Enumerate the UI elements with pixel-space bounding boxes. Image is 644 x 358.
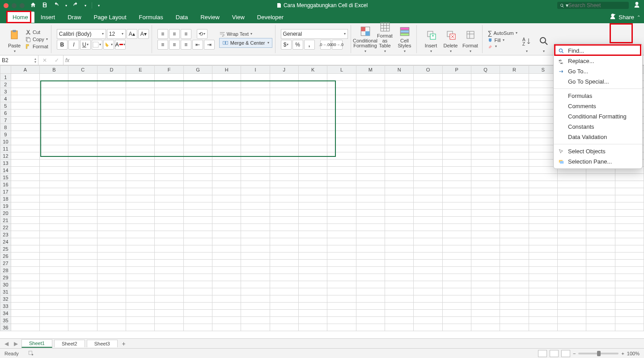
cell[interactable] <box>442 231 471 238</box>
cell[interactable] <box>155 110 183 117</box>
cell[interactable] <box>241 152 270 160</box>
cell[interactable] <box>155 310 183 317</box>
cell[interactable] <box>126 174 155 181</box>
cell[interactable] <box>126 124 155 131</box>
cell[interactable] <box>500 74 529 81</box>
cell[interactable] <box>11 288 39 295</box>
cell[interactable] <box>557 295 586 303</box>
cell[interactable] <box>97 188 126 195</box>
cell[interactable] <box>155 152 183 160</box>
cell[interactable] <box>126 195 155 202</box>
cell[interactable] <box>126 167 155 174</box>
cell[interactable] <box>155 102 183 110</box>
cell[interactable] <box>11 95 39 102</box>
cell[interactable] <box>68 274 97 281</box>
cell[interactable] <box>126 324 155 331</box>
align-middle-button[interactable]: ≡ <box>169 29 180 39</box>
cell[interactable] <box>442 117 471 124</box>
cell[interactable] <box>212 281 241 288</box>
cell[interactable] <box>40 74 68 81</box>
cell[interactable] <box>212 152 241 160</box>
cell[interactable] <box>385 260 413 267</box>
tab-developer[interactable]: Developer <box>251 12 290 23</box>
cell[interactable] <box>241 288 270 295</box>
close-window-icon[interactable] <box>4 3 8 8</box>
cell[interactable] <box>471 260 500 267</box>
cell[interactable] <box>471 303 500 310</box>
format-painter-button[interactable]: Format <box>25 43 48 50</box>
cell[interactable] <box>68 110 97 117</box>
cell[interactable] <box>500 102 529 110</box>
cell[interactable] <box>183 81 212 88</box>
cell[interactable] <box>442 295 471 303</box>
cell[interactable] <box>557 195 586 202</box>
cell[interactable] <box>183 267 212 274</box>
cell[interactable] <box>155 288 183 295</box>
cell[interactable] <box>327 174 356 181</box>
cell[interactable] <box>500 195 529 202</box>
cell[interactable] <box>385 195 413 202</box>
cell[interactable] <box>298 74 327 81</box>
cell[interactable] <box>155 281 183 288</box>
autosum-button[interactable]: ∑AutoSum▾ <box>488 29 517 37</box>
cell[interactable] <box>356 167 385 174</box>
cell[interactable] <box>183 310 212 317</box>
maximize-window-icon[interactable] <box>20 3 25 8</box>
cell[interactable] <box>40 317 68 324</box>
cell[interactable] <box>529 181 557 188</box>
cell[interactable] <box>557 238 586 245</box>
cell[interactable] <box>442 88 471 95</box>
cell[interactable] <box>529 267 557 274</box>
cell[interactable] <box>385 188 413 195</box>
cell[interactable] <box>557 281 586 288</box>
cell[interactable] <box>97 138 126 145</box>
cell[interactable] <box>97 295 126 303</box>
cell[interactable] <box>385 324 413 331</box>
cell[interactable] <box>442 317 471 324</box>
cell[interactable] <box>270 138 298 145</box>
cell[interactable] <box>471 167 500 174</box>
cell[interactable] <box>442 195 471 202</box>
col-header-P[interactable]: P <box>442 66 471 74</box>
cell[interactable] <box>356 202 385 210</box>
cell[interactable] <box>97 117 126 124</box>
cell[interactable] <box>385 231 413 238</box>
cell[interactable] <box>327 124 356 131</box>
col-header-H[interactable]: H <box>212 66 241 74</box>
cell[interactable] <box>241 217 270 224</box>
cell[interactable] <box>97 74 126 81</box>
cell[interactable] <box>155 74 183 81</box>
cell[interactable] <box>241 303 270 310</box>
row-header-12[interactable]: 12 <box>0 152 11 160</box>
cell[interactable] <box>327 238 356 245</box>
cell[interactable] <box>126 253 155 260</box>
cell[interactable] <box>241 202 270 210</box>
cell[interactable] <box>40 195 68 202</box>
cell[interactable] <box>11 81 39 88</box>
cell[interactable] <box>68 267 97 274</box>
cell[interactable] <box>212 174 241 181</box>
cell[interactable] <box>385 110 413 117</box>
cell[interactable] <box>500 138 529 145</box>
col-header-E[interactable]: E <box>126 66 155 74</box>
cell[interactable] <box>126 295 155 303</box>
cell[interactable] <box>471 295 500 303</box>
cell[interactable] <box>414 195 442 202</box>
undo-dropdown-icon[interactable]: ▾ <box>65 4 67 8</box>
cell[interactable] <box>298 267 327 274</box>
sheet-tab-2[interactable]: Sheet2 <box>54 340 85 347</box>
cell[interactable] <box>327 160 356 167</box>
cell[interactable] <box>442 174 471 181</box>
cell[interactable] <box>615 224 644 231</box>
cell[interactable] <box>615 181 644 188</box>
redo-icon[interactable] <box>72 2 79 9</box>
cell[interactable] <box>270 217 298 224</box>
cell[interactable] <box>471 188 500 195</box>
cell[interactable] <box>212 317 241 324</box>
cell[interactable] <box>155 217 183 224</box>
cell[interactable] <box>241 188 270 195</box>
cell[interactable] <box>615 317 644 324</box>
cells-format-button[interactable]: Format▾ <box>462 25 479 53</box>
cell[interactable] <box>327 217 356 224</box>
cell[interactable] <box>270 210 298 217</box>
